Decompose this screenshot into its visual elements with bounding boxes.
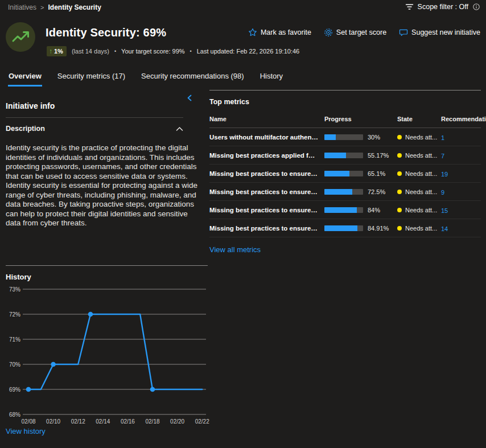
state-dot-icon bbox=[397, 208, 402, 212]
svg-text:02/16: 02/16 bbox=[121, 418, 135, 425]
breadcrumb-initiatives[interactable]: Initiatives bbox=[8, 3, 36, 11]
tab-overview[interactable]: Overview bbox=[8, 69, 42, 87]
metric-state-cell: Needs att... bbox=[397, 170, 441, 177]
view-all-metrics-link[interactable]: View all metrics bbox=[209, 245, 261, 254]
svg-text:02/14: 02/14 bbox=[96, 418, 110, 425]
progress-value: 84% bbox=[368, 207, 380, 213]
column-header-recommendations: Recommendations bbox=[441, 116, 486, 122]
trend-badge: ↑ 1% bbox=[47, 46, 67, 56]
tab-history[interactable]: History bbox=[260, 69, 283, 87]
description-label: Description bbox=[6, 125, 45, 133]
recommendations-link[interactable]: 7 bbox=[441, 153, 444, 159]
recommendations-link[interactable]: 1 bbox=[441, 134, 444, 141]
set-target-score-label: Set target score bbox=[336, 28, 386, 36]
recommendations-link[interactable]: 9 bbox=[441, 189, 444, 196]
metric-state-cell: Needs att... bbox=[397, 152, 441, 159]
tab-label: Overview bbox=[9, 72, 42, 80]
metric-name[interactable]: Missing best practices to ensure Entra I… bbox=[209, 170, 324, 177]
state-dot-icon bbox=[397, 190, 402, 194]
svg-text:72%: 72% bbox=[9, 311, 20, 318]
recommendations-link[interactable]: 15 bbox=[441, 207, 448, 214]
progress-bar bbox=[324, 153, 363, 158]
state-dot-icon bbox=[397, 153, 402, 158]
star-icon bbox=[248, 28, 257, 37]
svg-text:02/20: 02/20 bbox=[170, 418, 184, 425]
table-row[interactable]: Missing best practices to ensure on-pre.… bbox=[209, 183, 481, 201]
history-chart-container: 73%72%71%70%69%68%02/0802/1002/1202/1402… bbox=[6, 283, 208, 426]
svg-text:73%: 73% bbox=[9, 286, 20, 293]
suggest-new-initiative-label: Suggest new initiative bbox=[411, 28, 480, 36]
svg-text:02/18: 02/18 bbox=[145, 418, 159, 425]
breadcrumb: Initiatives > Identity Security bbox=[8, 3, 101, 11]
progress-bar-fill bbox=[324, 134, 336, 140]
metric-name[interactable]: Missing best practices to ensure on-pre.… bbox=[209, 188, 324, 195]
progress-bar bbox=[324, 207, 363, 213]
progress-bar-fill bbox=[324, 153, 346, 158]
column-header-progress: Progress bbox=[324, 116, 397, 122]
metric-recommendations-cell: 19 bbox=[441, 168, 481, 179]
recommendations-link[interactable]: 14 bbox=[441, 225, 448, 232]
view-history-link[interactable]: View history bbox=[6, 427, 46, 435]
progress-value: 84.91% bbox=[368, 225, 389, 232]
progress-bar-fill bbox=[324, 189, 352, 195]
section-divider bbox=[209, 90, 481, 91]
last-updated-text: Last updated: Feb 22, 2026 19:10:46 bbox=[197, 48, 299, 55]
table-row[interactable]: Users without multifactor authenticatio.… bbox=[209, 128, 481, 146]
metric-state-cell: Needs att... bbox=[397, 134, 441, 141]
recommendations-link[interactable]: 19 bbox=[441, 171, 448, 178]
score-meta-row: ↑ 1% (last 14 days) • Your target score:… bbox=[47, 46, 299, 56]
breadcrumb-separator: > bbox=[40, 4, 44, 11]
metric-name[interactable]: Missing best practices to ensure effecti… bbox=[209, 207, 324, 213]
description-text: Identity security is the practice of pro… bbox=[6, 143, 204, 228]
state-label: Needs att... bbox=[405, 188, 437, 195]
description-section-header[interactable]: Description bbox=[6, 124, 183, 134]
tab-label: Security metrics (17) bbox=[57, 72, 125, 80]
metric-name[interactable]: Missing best practices applied for man..… bbox=[209, 152, 324, 159]
target-score-text: Your target score: 99% bbox=[121, 48, 185, 55]
tab-label: Security recommendations (98) bbox=[141, 72, 244, 80]
table-row[interactable]: Missing best practices to ensure effecti… bbox=[209, 201, 481, 219]
metric-state-cell: Needs att... bbox=[397, 188, 441, 195]
mark-as-favorite-button[interactable]: Mark as favorite bbox=[248, 28, 311, 37]
metric-recommendations-cell: 15 bbox=[441, 205, 481, 215]
state-label: Needs att... bbox=[405, 207, 437, 213]
scope-filter-button[interactable]: Scope filter : Off bbox=[405, 3, 480, 11]
svg-text:69%: 69% bbox=[9, 387, 20, 393]
chat-icon bbox=[399, 28, 408, 37]
metric-progress-cell: 84% bbox=[324, 207, 397, 213]
history-section: History 73%72%71%70%69%68%02/0802/1002/1… bbox=[6, 259, 208, 436]
column-header-state: State bbox=[397, 116, 441, 122]
metric-recommendations-cell: 7 bbox=[441, 150, 481, 161]
metric-progress-cell: 65.1% bbox=[324, 170, 397, 177]
state-dot-icon bbox=[397, 226, 402, 231]
svg-text:02/22: 02/22 bbox=[195, 418, 209, 425]
progress-value: 65.1% bbox=[368, 170, 385, 177]
metric-progress-cell: 72.5% bbox=[324, 188, 397, 195]
top-metrics-panel: Top metrics Name Progress State Recommen… bbox=[209, 90, 481, 254]
tab-bar: Overview Security metrics (17) Security … bbox=[8, 69, 283, 87]
history-title: History bbox=[6, 273, 208, 281]
state-label: Needs att... bbox=[405, 152, 437, 159]
suggest-new-initiative-button[interactable]: Suggest new initiative bbox=[399, 28, 480, 37]
info-icon[interactable] bbox=[472, 3, 480, 11]
table-row[interactable]: Missing best practices to ensure Entra I… bbox=[209, 165, 481, 183]
svg-text:71%: 71% bbox=[9, 336, 20, 343]
tab-security-recommendations-98[interactable]: Security recommendations (98) bbox=[141, 69, 245, 87]
separator-dot: • bbox=[190, 48, 192, 54]
metric-name[interactable]: Missing best practices to ensure identit… bbox=[209, 225, 324, 232]
svg-text:02/12: 02/12 bbox=[71, 418, 85, 425]
progress-bar bbox=[324, 189, 363, 195]
divider bbox=[6, 117, 183, 118]
chevron-up-icon[interactable] bbox=[176, 124, 183, 134]
state-label: Needs att... bbox=[405, 170, 437, 177]
separator-dot: • bbox=[114, 48, 116, 54]
progress-bar-fill bbox=[324, 225, 357, 231]
metric-recommendations-cell: 9 bbox=[441, 187, 481, 197]
tab-security-metrics-17[interactable]: Security metrics (17) bbox=[57, 69, 126, 87]
set-target-score-button[interactable]: Set target score bbox=[324, 28, 386, 37]
table-row[interactable]: Missing best practices to ensure identit… bbox=[209, 219, 481, 237]
svg-text:70%: 70% bbox=[9, 361, 20, 368]
section-divider bbox=[6, 265, 208, 266]
metric-name[interactable]: Users without multifactor authenticatio.… bbox=[209, 134, 324, 141]
table-row[interactable]: Missing best practices applied for man..… bbox=[209, 146, 481, 165]
